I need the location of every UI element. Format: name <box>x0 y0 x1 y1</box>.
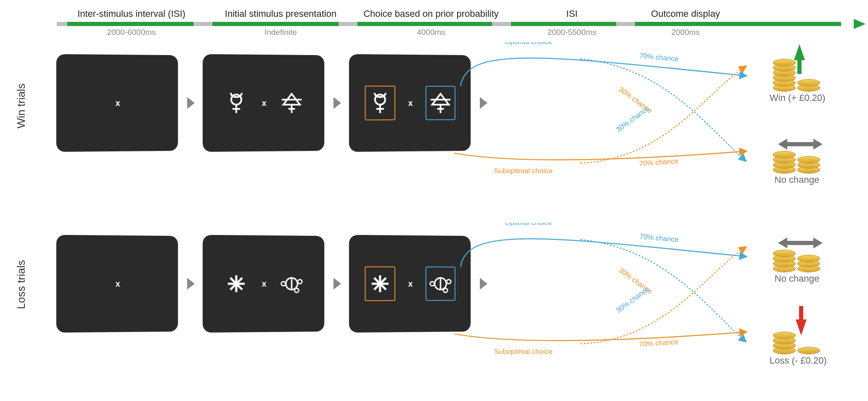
outcome-label: Loss (- £0.20) <box>770 355 827 366</box>
outcome-win: Win (+ £0.20) <box>770 48 826 103</box>
fixation-cross-icon: x <box>115 279 120 288</box>
fixation-cross-icon: x <box>262 98 266 108</box>
suboptimal-choice-box <box>365 266 396 301</box>
orb-symbol-icon <box>279 269 304 298</box>
chevron-right-icon <box>333 97 341 109</box>
arrow-up-icon <box>794 44 805 60</box>
prob-label: 70% chance <box>639 157 679 168</box>
coins-icon <box>770 48 824 92</box>
outcome-label: No change <box>770 273 824 284</box>
outcome-nochange: No change <box>770 130 824 185</box>
choice-screen: x <box>349 54 471 152</box>
optimal-choice-label: Optimal choice <box>505 42 552 46</box>
stimulus-screen: x <box>203 235 324 332</box>
fixation-cross-icon: x <box>262 279 266 288</box>
outcome-loss: Loss (- £0.20) <box>770 311 827 366</box>
arrow-down-icon <box>796 319 807 335</box>
outcome-nochange: No change <box>770 229 824 284</box>
arrow-flat-icon <box>786 142 815 146</box>
mercury-symbol-icon <box>224 88 249 118</box>
chevron-right-icon <box>480 278 487 290</box>
phase-label: ISI <box>507 8 637 19</box>
isi-screen: x <box>56 235 178 332</box>
row-title: Loss trials <box>15 260 28 309</box>
asterisk-symbol-icon <box>368 269 393 298</box>
arrow-flat-icon <box>786 241 815 245</box>
coins-icon <box>770 311 824 355</box>
loss-trials-row: Loss trials x x x <box>0 223 868 383</box>
prob-label: 30% chance <box>614 285 651 314</box>
coins-icon <box>770 229 824 273</box>
row-title: Win trials <box>15 84 28 129</box>
suboptimal-choice-box <box>365 86 396 121</box>
chevron-right-icon <box>333 278 341 290</box>
asterisk-symbol-icon <box>224 269 249 298</box>
prob-label: 30% chance <box>617 85 654 115</box>
phase-label: Inter-stimulus interval (ISI) <box>57 8 206 19</box>
phase-duration: 2000-6000ms <box>57 28 206 37</box>
timeline-arrowhead-icon <box>854 19 865 29</box>
phase-duration: 2000ms <box>637 28 734 37</box>
fixation-cross-icon: x <box>408 98 413 108</box>
phase-label: Outcome display <box>637 8 734 19</box>
suboptimal-choice-label: Suboptimal choice <box>494 348 553 356</box>
fixation-cross-icon: x <box>408 279 413 288</box>
optimal-choice-label: Optimal choice <box>505 223 552 227</box>
timeline-bar <box>57 22 855 26</box>
prob-label: 30% chance <box>617 266 654 295</box>
mercury-symbol-icon <box>368 88 393 118</box>
prob-label: 70% chance <box>639 232 679 244</box>
chevron-right-icon <box>480 97 487 109</box>
choice-screen: x <box>349 235 471 332</box>
phase-label: Choice based on prior probability <box>355 8 507 19</box>
win-trials-row: Win trials x x x <box>0 42 868 202</box>
prob-label: 70% chance <box>639 338 679 348</box>
fixation-cross-icon: x <box>115 98 120 108</box>
chevron-right-icon <box>187 97 195 109</box>
triangle-cross-symbol-icon <box>279 88 304 118</box>
phase-label: Initial stimulus presentation <box>206 8 355 19</box>
prob-label: 30% chance <box>614 104 651 134</box>
phase-duration: 4000ms <box>355 28 507 37</box>
coins-icon <box>770 130 824 174</box>
outcome-label: No change <box>770 174 824 185</box>
stimulus-screen: x <box>203 54 324 152</box>
triangle-cross-symbol-icon <box>428 88 453 118</box>
suboptimal-choice-label: Suboptimal choice <box>494 167 553 175</box>
chevron-right-icon <box>187 278 195 290</box>
optimal-choice-box <box>425 266 455 301</box>
outcome-label: Win (+ £0.20) <box>770 92 826 103</box>
phase-duration: Indefinite <box>206 28 355 37</box>
prob-label: 70% chance <box>639 52 679 63</box>
probability-flow: Optimal choice Suboptimal choice 70% cha… <box>454 223 757 383</box>
probability-flow: Optimal choice Suboptimal choice 70% cha… <box>454 42 757 202</box>
timeline-header: Inter-stimulus interval (ISI) Initial st… <box>57 8 855 34</box>
isi-screen: x <box>56 54 178 152</box>
optimal-choice-box <box>425 86 455 120</box>
phase-duration: 2000-5500ms <box>507 28 637 37</box>
orb-symbol-icon <box>428 269 453 298</box>
